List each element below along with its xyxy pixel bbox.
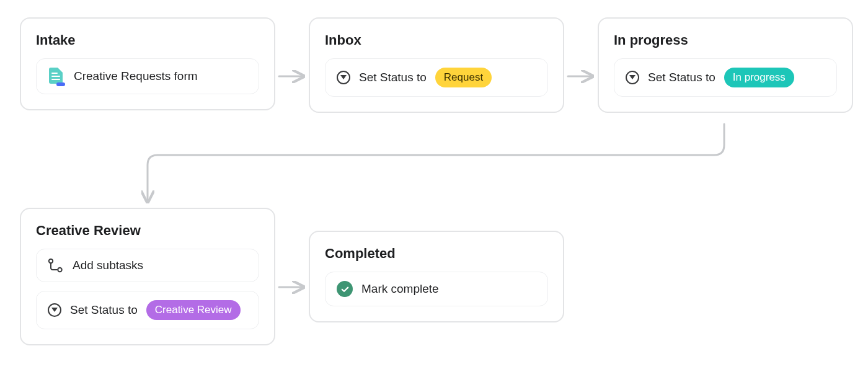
action-prefix: Set Status to <box>70 303 138 317</box>
stage-title: Creative Review <box>36 223 259 239</box>
status-pill-request: Request <box>435 68 492 87</box>
stage-card-intake: Intake Creative Requests form <box>20 17 275 110</box>
arrow-in-progress-to-creative-review <box>136 123 732 210</box>
form-icon <box>48 68 65 85</box>
subtasks-icon <box>48 258 64 273</box>
check-circle-icon <box>337 281 353 297</box>
trigger-dropdown-icon <box>337 71 350 84</box>
action-prefix: Set Status to <box>648 71 715 84</box>
stage-title: Inbox <box>325 32 548 48</box>
action-prefix: Set Status to <box>359 71 427 84</box>
arrow-creative-review-to-completed <box>278 278 306 296</box>
stage-card-completed: Completed Mark complete <box>309 231 564 322</box>
creative-review-set-status-row[interactable]: Set Status to Creative Review <box>36 291 259 329</box>
add-subtasks-label: Add subtasks <box>73 259 143 272</box>
add-subtasks-row[interactable]: Add subtasks <box>36 249 259 282</box>
mark-complete-label: Mark complete <box>361 282 439 296</box>
mark-complete-row[interactable]: Mark complete <box>325 272 548 306</box>
intake-form-label: Creative Requests form <box>74 69 198 83</box>
svg-point-1 <box>58 268 61 272</box>
stage-title: Completed <box>325 246 548 262</box>
stage-title: Intake <box>36 32 259 48</box>
stage-card-in-progress: In progress Set Status to In progress <box>598 17 853 113</box>
status-pill-in-progress: In progress <box>724 68 794 87</box>
arrow-inbox-to-in-progress <box>567 67 595 86</box>
stage-card-creative-review: Creative Review Add subtasks Set Status … <box>20 208 275 345</box>
arrow-intake-to-inbox <box>278 67 306 86</box>
stage-title: In progress <box>614 32 837 48</box>
stage-card-inbox: Inbox Set Status to Request <box>309 17 564 113</box>
intake-form-row[interactable]: Creative Requests form <box>36 58 259 94</box>
in-progress-set-status-row[interactable]: Set Status to In progress <box>614 58 837 97</box>
inbox-set-status-row[interactable]: Set Status to Request <box>325 58 548 97</box>
status-pill-creative-review: Creative Review <box>146 300 241 320</box>
svg-point-0 <box>49 259 53 263</box>
trigger-dropdown-icon <box>626 71 639 84</box>
trigger-dropdown-icon <box>48 303 61 317</box>
